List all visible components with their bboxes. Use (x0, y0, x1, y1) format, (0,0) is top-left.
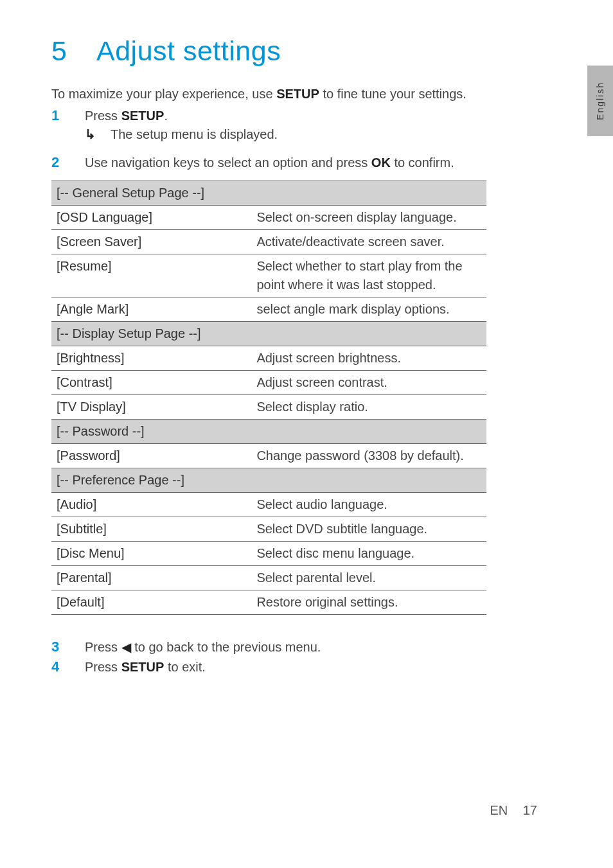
step-3: 3 Press ◀ to go back to the previous men… (51, 638, 486, 657)
table-row: [Parental]Select parental level. (51, 566, 486, 590)
language-tab: English (587, 66, 613, 136)
chapter-number: 5 (51, 35, 96, 67)
table-row: [OSD Language]Select on-screen display l… (51, 206, 486, 230)
setting-description: Select DVD subtitle language. (251, 517, 486, 542)
step-2: 2 Use navigation keys to select an optio… (51, 154, 486, 172)
intro-text: To maximize your play experience, use SE… (51, 85, 486, 103)
table-row: [Password]Change password (3308 by defau… (51, 444, 486, 468)
setting-key: [Brightness] (51, 346, 251, 371)
setting-key: [Subtitle] (51, 517, 251, 542)
step-1: 1 Press SETUP. (51, 107, 486, 125)
setting-key: [TV Display] (51, 395, 251, 420)
table-section-header: [-- General Setup Page --] (51, 181, 486, 206)
setting-key: [Resume] (51, 254, 251, 297)
left-arrow-icon: ◀ (121, 640, 131, 654)
table-row: [Angle Mark]select angle mark display op… (51, 297, 486, 322)
setting-description: Change password (3308 by default). (251, 444, 486, 468)
page-footer: EN 17 (490, 803, 537, 818)
table-row: [Default]Restore original settings. (51, 590, 486, 615)
setting-key: [Parental] (51, 566, 251, 590)
step-4: 4 Press SETUP to exit. (51, 658, 486, 677)
table-section-header: [-- Display Setup Page --] (51, 322, 486, 346)
setting-description: select angle mark display options. (251, 297, 486, 322)
page-content: 5Adjust settings To maximize your play e… (0, 0, 538, 676)
setting-key: [Angle Mark] (51, 297, 251, 322)
footer-lang: EN (490, 803, 508, 817)
steps-list-top: 1 Press SETUP. ↳ The setup menu is displ… (51, 107, 486, 172)
table-row: [Contrast]Adjust screen contrast. (51, 371, 486, 395)
setting-description: Select whether to start play from the po… (251, 254, 486, 297)
result-arrow-icon: ↳ (85, 125, 111, 143)
setting-description: Select audio language. (251, 493, 486, 517)
setting-description: Select disc menu language. (251, 542, 486, 566)
setting-description: Adjust screen contrast. (251, 371, 486, 395)
table-row: [Audio]Select audio language. (51, 493, 486, 517)
step-1-result: ↳ The setup menu is displayed. (85, 125, 486, 143)
setting-key: [Disc Menu] (51, 542, 251, 566)
settings-table: [-- General Setup Page --][OSD Language]… (51, 181, 486, 615)
setting-key: [Default] (51, 590, 251, 615)
table-row: [Subtitle]Select DVD subtitle language. (51, 517, 486, 542)
setting-description: Activate/deactivate screen saver. (251, 230, 486, 254)
setting-description: Adjust screen brightness. (251, 346, 486, 371)
table-section-header: [-- Password --] (51, 420, 486, 444)
table-section-header: [-- Preference Page --] (51, 468, 486, 493)
setting-key: [Screen Saver] (51, 230, 251, 254)
setting-key: [OSD Language] (51, 206, 251, 230)
setting-key: [Password] (51, 444, 251, 468)
chapter-title-text: Adjust settings (96, 35, 281, 66)
setting-description: Select on-screen display language. (251, 206, 486, 230)
chapter-title: 5Adjust settings (51, 35, 486, 67)
footer-page-number: 17 (523, 803, 537, 817)
table-row: [Resume]Select whether to start play fro… (51, 254, 486, 297)
setting-description: Select parental level. (251, 566, 486, 590)
table-row: [Disc Menu]Select disc menu language. (51, 542, 486, 566)
setting-key: [Contrast] (51, 371, 251, 395)
setting-key: [Audio] (51, 493, 251, 517)
setting-description: Select display ratio. (251, 395, 486, 420)
table-row: [TV Display]Select display ratio. (51, 395, 486, 420)
steps-list-bottom: 3 Press ◀ to go back to the previous men… (51, 638, 486, 676)
table-row: [Screen Saver]Activate/deactivate screen… (51, 230, 486, 254)
table-row: [Brightness]Adjust screen brightness. (51, 346, 486, 371)
setting-description: Restore original settings. (251, 590, 486, 615)
